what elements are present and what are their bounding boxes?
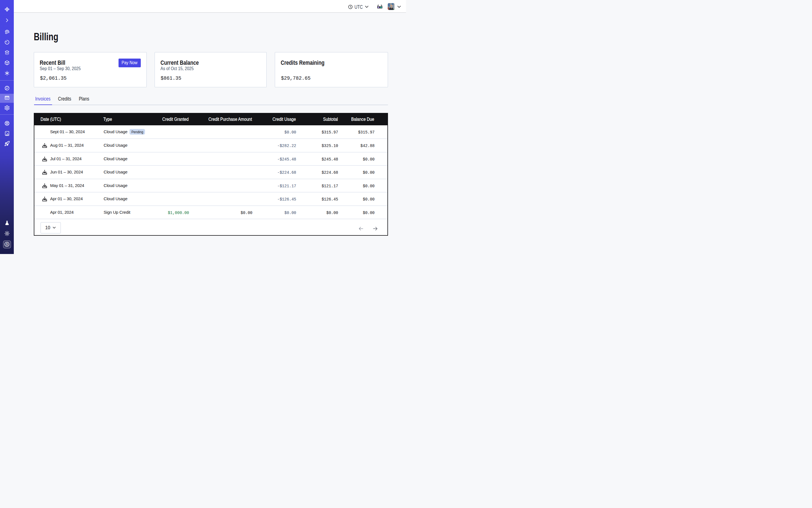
svg-text:$: $ (6, 243, 8, 246)
